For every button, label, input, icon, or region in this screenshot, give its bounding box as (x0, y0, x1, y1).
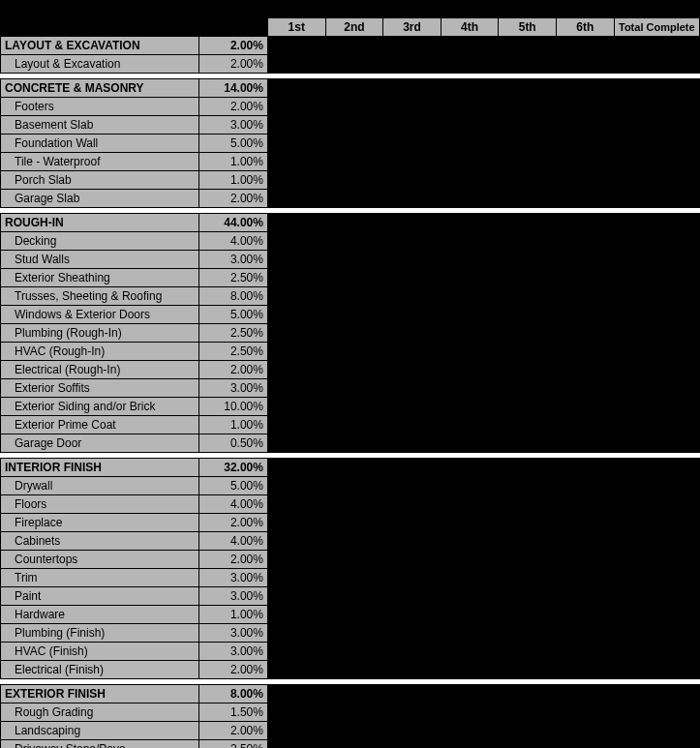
item-name: Windows & Exterior Doors (1, 306, 199, 324)
period-cell (267, 416, 325, 434)
period-cell (383, 398, 441, 416)
item-pct: 1.00% (199, 153, 268, 171)
period-cell (441, 343, 499, 361)
total-cell (614, 416, 699, 434)
item-name: HVAC (Rough-In) (1, 343, 199, 361)
item-row: Tile - Waterproof1.00% (1, 153, 700, 171)
period-cell (325, 514, 383, 532)
period-cell (557, 306, 615, 324)
period-cell (441, 153, 499, 171)
period-cell (267, 79, 325, 98)
item-pct: 2.50% (199, 740, 268, 749)
period-cell (441, 55, 499, 74)
period-cell (499, 514, 557, 532)
period-cell (383, 116, 441, 135)
total-cell (614, 55, 699, 74)
period-cell (267, 606, 325, 624)
period-cell (499, 532, 557, 551)
item-name: Plumbing (Finish) (1, 624, 199, 643)
period-cell (441, 740, 499, 749)
period-cell (557, 514, 615, 532)
period-cell (499, 343, 557, 361)
item-row: Driveway Stone/Pave2.50% (1, 740, 700, 749)
item-row: Garage Door0.50% (1, 434, 700, 453)
period-cell (499, 153, 557, 171)
item-pct: 4.00% (199, 495, 268, 514)
period-cell (499, 587, 557, 606)
construction-schedule-table: 1st2nd3rd4th5th6thTotal CompleteLAYOUT &… (0, 0, 700, 748)
total-cell (614, 459, 699, 477)
period-cell (383, 37, 441, 55)
period-cell (267, 55, 325, 74)
item-pct: 3.00% (199, 624, 268, 643)
item-name: Trusses, Sheeting & Roofing (1, 287, 199, 306)
total-cell (614, 306, 699, 324)
period-cell (267, 269, 325, 287)
item-row: HVAC (Rough-In)2.50% (1, 343, 700, 361)
period-cell (383, 624, 441, 643)
item-pct: 2.00% (199, 551, 268, 569)
period-cell (325, 379, 383, 398)
total-cell (614, 379, 699, 398)
item-row: Exterior Sheathing2.50% (1, 269, 700, 287)
period-cell (499, 661, 557, 679)
period-cell (267, 379, 325, 398)
period-cell (441, 361, 499, 379)
period-cell (441, 477, 499, 495)
period-cell (499, 287, 557, 306)
period-cell (383, 214, 441, 232)
period-cell (383, 569, 441, 587)
total-cell (614, 116, 699, 135)
item-row: Layout & Excavation2.00% (1, 55, 700, 74)
period-cell (557, 624, 615, 643)
period-cell (267, 434, 325, 453)
section-header: INTERIOR FINISH32.00% (1, 459, 700, 477)
item-row: Cabinets4.00% (1, 532, 700, 551)
period-cell (499, 98, 557, 116)
item-name: HVAC (Finish) (1, 643, 199, 661)
period-cell (499, 171, 557, 190)
item-row: Windows & Exterior Doors5.00% (1, 306, 700, 324)
period-cell (325, 324, 383, 343)
item-name: Garage Door (1, 434, 199, 453)
item-row: Stud Walls3.00% (1, 251, 700, 269)
period-cell (441, 722, 499, 740)
period-cell (383, 171, 441, 190)
section-header: EXTERIOR FINISH8.00% (1, 685, 700, 703)
period-cell (267, 722, 325, 740)
total-cell (614, 98, 699, 116)
item-row: Plumbing (Finish)3.00% (1, 624, 700, 643)
period-cell (325, 343, 383, 361)
period-cell (499, 459, 557, 477)
period-cell (383, 643, 441, 661)
period-cell (383, 190, 441, 208)
period-cell (267, 740, 325, 749)
period-cell (325, 434, 383, 453)
period-cell (325, 79, 383, 98)
period-cell (499, 269, 557, 287)
period-cell (557, 98, 615, 116)
total-cell (614, 606, 699, 624)
item-pct: 0.50% (199, 434, 268, 453)
period-cell (499, 232, 557, 251)
item-pct: 10.00% (199, 398, 268, 416)
period-cell (325, 232, 383, 251)
item-pct: 2.00% (199, 514, 268, 532)
period-cell (383, 287, 441, 306)
period-cell (499, 116, 557, 135)
period-cell (267, 661, 325, 679)
period-cell (267, 398, 325, 416)
period-cell (499, 477, 557, 495)
period-cell (325, 606, 383, 624)
period-cell (441, 532, 499, 551)
period-cell (267, 306, 325, 324)
period-cell (383, 251, 441, 269)
period-cell (557, 269, 615, 287)
period-cell (325, 587, 383, 606)
period-cell (325, 153, 383, 171)
period-cell (383, 477, 441, 495)
period-cell (557, 398, 615, 416)
period-cell (267, 343, 325, 361)
period-cell (325, 551, 383, 569)
section-name: EXTERIOR FINISH (1, 685, 199, 703)
